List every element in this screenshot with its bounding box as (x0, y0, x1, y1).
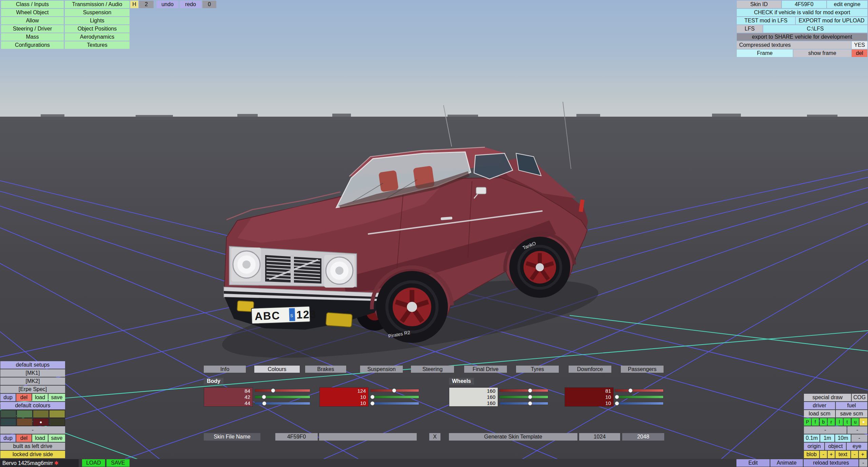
setup-del-button[interactable]: del (16, 394, 32, 401)
toggle-dot[interactable]: ● (860, 418, 867, 426)
cog-button[interactable]: COG (852, 394, 867, 401)
view-eye-button[interactable]: eye (847, 443, 867, 450)
body-colour-swatch-1[interactable]: 84 42 44 (204, 387, 253, 407)
special-draw-button[interactable]: special draw (804, 394, 851, 401)
vehicle-load-button[interactable]: LOAD (82, 459, 105, 467)
slider-green[interactable] (370, 394, 419, 400)
reload-dash-button[interactable]: - (859, 459, 867, 467)
slider-green[interactable] (615, 394, 664, 400)
menu-aerodynamics[interactable]: Aerodynamics (65, 33, 130, 41)
lfs-path-button[interactable]: C:\LFS (763, 25, 867, 33)
menu-configurations[interactable]: Configurations (1, 41, 64, 49)
setup-dup-button[interactable]: dup (0, 394, 16, 401)
menu-mass[interactable]: Mass (1, 33, 64, 41)
preset-colour-cell[interactable] (0, 410, 16, 418)
skin-size-2048-button[interactable]: 2048 (622, 433, 664, 441)
frame-button[interactable]: Frame (737, 50, 793, 57)
setup-item-mk1[interactable]: [MK1] (0, 369, 65, 377)
preset-blank-row[interactable]: - (0, 426, 65, 434)
wheel-colour-swatch-2[interactable]: 81 10 10 (565, 387, 614, 407)
tab-final-drive[interactable]: Final Drive (464, 366, 507, 373)
tab-info[interactable]: Info (204, 366, 246, 373)
preset-colour-cell[interactable] (33, 410, 49, 418)
compressed-textures-toggle[interactable]: YES (852, 41, 867, 49)
text-button[interactable]: text (835, 451, 850, 458)
setup-load-button[interactable]: load (32, 394, 48, 401)
toggle-b[interactable]: b (820, 418, 827, 426)
export-share-button[interactable]: export to SHARE vehicle for development (737, 33, 867, 41)
tab-tyres[interactable]: Tyres (516, 366, 559, 373)
setup-item-erpe-spec[interactable]: [Erpe Spec] (0, 386, 65, 393)
vehicle-name-button[interactable]: Bervo 1425mag6mirr ✱ (0, 459, 79, 467)
text-plus-button[interactable]: + (859, 451, 867, 458)
edit-engine-button[interactable]: edit engine (827, 1, 867, 8)
setup-item-mk2[interactable]: [MK2] (0, 377, 65, 385)
menu-class-inputs[interactable]: Class / Inputs (1, 1, 64, 8)
edit-mode-button[interactable]: Edit (736, 459, 770, 467)
locked-drive-side-button[interactable]: locked drive side (0, 451, 65, 458)
preset-colour-cell[interactable] (0, 418, 16, 426)
tab-passengers[interactable]: Passengers (621, 366, 664, 373)
snap-1m-button[interactable]: 1m (820, 434, 834, 442)
vehicle-save-button[interactable]: SAVE (106, 459, 130, 467)
slider-red[interactable] (370, 387, 419, 394)
menu-steering-driver[interactable]: Steering / Driver (1, 25, 64, 33)
toggle-u[interactable]: u (852, 418, 859, 426)
tab-steering[interactable]: Steering (411, 366, 454, 373)
menu-textures[interactable]: Textures (65, 41, 130, 49)
preset-colour-cell-selected[interactable]: ● (33, 418, 49, 426)
menu-wheel-object[interactable]: Wheel Object (1, 9, 64, 16)
snap-10m-button[interactable]: 10m (835, 434, 851, 442)
view-origin-button[interactable]: origin (804, 443, 824, 450)
preset-colour-cell[interactable] (49, 410, 65, 418)
undo-button[interactable]: undo (157, 1, 178, 8)
view-object-button[interactable]: object (825, 443, 846, 450)
slider-blue[interactable] (255, 400, 310, 407)
preset-colour-cell[interactable] (17, 410, 33, 418)
preset-colour-cell[interactable] (17, 418, 33, 426)
built-drive-side-label[interactable]: built as left drive (0, 443, 65, 450)
check-vehicle-button[interactable]: CHECK if vehicle is valid for mod export (737, 9, 867, 16)
driver-button[interactable]: driver (804, 402, 835, 409)
reload-textures-button[interactable]: reload textures (804, 459, 859, 467)
colour-load-button[interactable]: load (32, 434, 48, 442)
colour-dup-button[interactable]: dup (0, 434, 16, 442)
toggle-l[interactable]: l (836, 418, 843, 426)
animate-mode-button[interactable]: Animate (770, 459, 803, 467)
colour-del-button[interactable]: del (16, 434, 32, 442)
redo-button[interactable]: redo (180, 1, 201, 8)
show-frame-button[interactable]: show frame (793, 50, 851, 57)
blob-button[interactable]: blob (804, 451, 819, 458)
skin-file-name-value[interactable]: 4F59F0 (275, 433, 318, 441)
toggle-f[interactable]: f (812, 418, 819, 426)
menu-transmission-audio[interactable]: Transmission / Audio (65, 1, 130, 8)
toggle-p[interactable]: P (804, 418, 811, 426)
menu-lights[interactable]: Lights (65, 17, 130, 24)
frame-del-button[interactable]: del (852, 50, 867, 57)
fuel-button[interactable]: fuel (836, 402, 867, 409)
colour-save-button[interactable]: save (48, 434, 65, 442)
mirror-toggle-button[interactable]: H (130, 1, 138, 8)
preset-colour-cell[interactable] (49, 418, 65, 426)
generate-skin-template-button[interactable]: Generate Skin Template (449, 433, 577, 441)
blob-plus-button[interactable]: + (828, 451, 835, 458)
tab-colours[interactable]: Colours (254, 366, 300, 373)
export-mod-button[interactable]: EXPORT mod for UPLOAD (796, 17, 867, 24)
toggle-t[interactable]: t (844, 418, 851, 426)
wheel-colour-swatch-1[interactable]: 160 160 160 (449, 387, 498, 407)
tab-downforce[interactable]: Downforce (569, 366, 611, 373)
snap-01m-button[interactable]: 0.1m (804, 434, 820, 442)
slider-green[interactable] (499, 394, 548, 400)
toggle-r[interactable]: r (828, 418, 835, 426)
menu-object-positions[interactable]: Object Positions (65, 25, 130, 33)
load-scm-button[interactable]: load scm (804, 410, 835, 417)
slider-blue[interactable] (499, 400, 548, 407)
tool-dash-wide[interactable]: - (804, 426, 847, 434)
slider-green[interactable] (255, 394, 310, 400)
menu-suspension[interactable]: Suspension (65, 9, 130, 16)
slider-red[interactable] (255, 387, 310, 394)
skin-id-value[interactable]: 4F59F0 (782, 1, 826, 8)
default-setups-header[interactable]: default setups (0, 361, 65, 369)
text-minus-button[interactable]: - (851, 451, 858, 458)
skin-size-1024-button[interactable]: 1024 (579, 433, 620, 441)
